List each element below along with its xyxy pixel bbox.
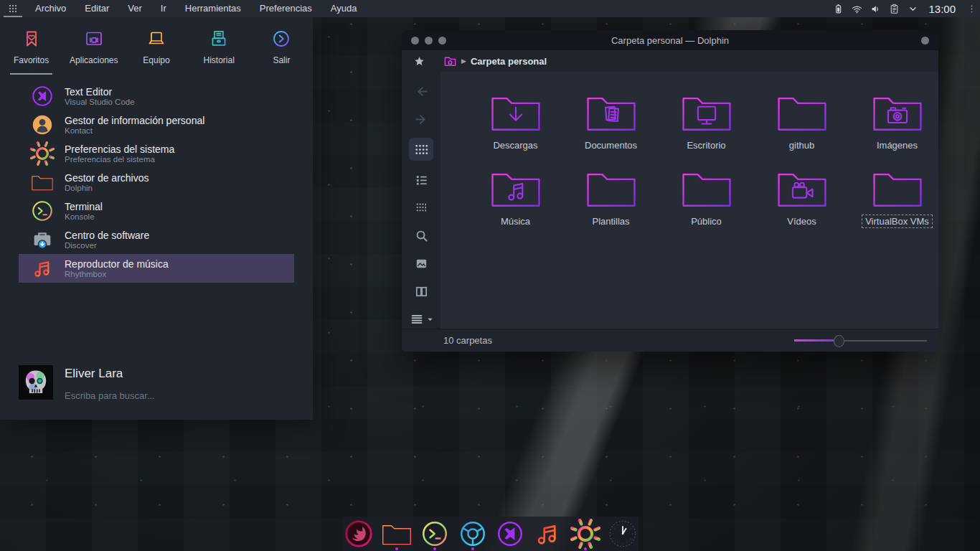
dock-vscode-icon[interactable] — [494, 517, 526, 550]
tool-back-arrow-icon[interactable] — [409, 82, 433, 100]
user-avatar[interactable] — [19, 365, 53, 400]
vscode-icon — [30, 84, 55, 108]
clock[interactable]: 13:00 — [928, 3, 956, 15]
wifi-icon[interactable] — [851, 3, 863, 15]
app-item-kontact[interactable]: Gestor de información personalKontact — [19, 110, 294, 139]
launcher-spacer — [0, 283, 313, 365]
tool-compact-view-icon[interactable] — [409, 198, 433, 217]
folder-icon-download — [488, 90, 544, 135]
window-buttons-right[interactable] — [921, 37, 938, 44]
menu-item-archivo[interactable]: Archivo — [26, 0, 75, 17]
rhythmbox-icon — [532, 519, 562, 549]
tab-label: Aplicaciones — [70, 55, 118, 65]
folder-público[interactable]: Público — [659, 166, 754, 228]
folder-label: Escritorio — [683, 138, 729, 152]
app-item-konsole[interactable]: TerminalKonsole — [19, 197, 294, 225]
folder-icon-monitor — [679, 90, 735, 135]
breadcrumb[interactable]: ▶ Carpeta personal — [443, 55, 547, 68]
app-subtitle: Konsole — [65, 212, 103, 222]
dock-dock-folder-icon[interactable] — [380, 517, 413, 550]
tool-search-icon[interactable] — [409, 226, 433, 245]
folder-imágenes[interactable]: Imágenes — [849, 90, 938, 152]
application-launcher-menu: FavoritosAplicacionesEquipoHistorialSali… — [0, 17, 313, 420]
window-button[interactable] — [438, 37, 446, 44]
folder-vídeos[interactable]: Vídeos — [754, 166, 849, 228]
panel-dots-icon[interactable] — [966, 4, 977, 14]
app-subtitle: Rhythmbox — [65, 270, 169, 279]
menu-item-editar[interactable]: Editar — [75, 0, 118, 17]
list-view-icon — [414, 172, 429, 187]
chevron-down-icon[interactable] — [907, 3, 919, 15]
tab-favoritos[interactable]: Favoritos — [0, 29, 62, 75]
window-titlebar[interactable]: Carpeta personal — Dolphin — [402, 30, 938, 50]
app-title: Text Editor — [65, 86, 135, 98]
folder-documentos[interactable]: Documentos — [563, 90, 659, 152]
dock-chrome-icon[interactable] — [457, 517, 489, 550]
folder-icon-none — [583, 166, 639, 211]
folder-descargas[interactable]: Descargas — [468, 90, 563, 152]
dock-rhythmbox-icon[interactable] — [532, 517, 563, 550]
tool-forward-arrow-icon[interactable] — [409, 110, 433, 128]
app-item-dolphin[interactable]: Gestor de archivosDolphin — [19, 168, 294, 197]
exit-circle-icon — [271, 29, 291, 49]
tool-menu-icon[interactable] — [409, 310, 433, 329]
app-subtitle: Preferencias del sistema — [65, 155, 174, 164]
app-item-visual-studio-code[interactable]: Text EditorVisual Studio Code — [19, 82, 294, 110]
kontact-icon — [30, 113, 55, 137]
tab-historial[interactable]: Historial — [188, 29, 250, 75]
dock-settings-gear-icon[interactable] — [569, 517, 600, 550]
rhythmbox-icon — [30, 256, 55, 281]
running-indicator — [471, 547, 474, 550]
app-window-icon — [84, 29, 104, 49]
menu-item-ver[interactable]: Ver — [118, 0, 151, 17]
app-item-preferencias-del-sistema[interactable]: Preferencias del sistemaPreferencias del… — [19, 139, 294, 168]
window-button[interactable] — [411, 37, 419, 44]
tab-salir[interactable]: Salir — [250, 29, 313, 75]
slider-knob[interactable] — [834, 335, 844, 347]
app-launcher-button[interactable] — [0, 0, 26, 17]
tab-equipo[interactable]: Equipo — [125, 29, 187, 75]
window-buttons-left[interactable] — [402, 37, 446, 44]
app-subtitle: Dolphin — [65, 184, 149, 193]
clipboard-icon[interactable] — [888, 3, 900, 15]
folder-label: Música — [497, 215, 534, 228]
app-item-rhythmbox[interactable]: Reproductor de músicaRhythmbox — [19, 254, 294, 283]
laptop-icon — [146, 29, 166, 49]
tool-split-view-icon[interactable] — [409, 282, 433, 301]
menu-item-ir[interactable]: Ir — [151, 0, 176, 17]
window-button[interactable] — [425, 37, 433, 44]
app-item-discover[interactable]: Centro de softwareDiscover — [19, 225, 294, 254]
folder-virtualbox-vms[interactable]: VirtualBox VMs — [849, 166, 938, 228]
folder-música[interactable]: Música — [468, 166, 563, 228]
folder-plantillas[interactable]: Plantillas — [563, 166, 659, 228]
folder-label: Descargas — [489, 138, 541, 152]
menu-item-herramientas[interactable]: Herramientas — [176, 0, 250, 17]
window-title: Carpeta personal — Dolphin — [402, 35, 938, 46]
folder-orange-icon — [30, 170, 55, 194]
volume-icon[interactable] — [870, 3, 882, 15]
tab-aplicaciones[interactable]: Aplicaciones — [62, 29, 125, 75]
star-icon[interactable] — [413, 55, 425, 67]
tool-icons-view-icon[interactable] — [409, 138, 433, 161]
system-tray: 13:00 — [832, 3, 980, 15]
app-title: Gestor de información personal — [65, 115, 204, 126]
menu-item-preferencias[interactable]: Preferencias — [250, 0, 321, 17]
menu-item-ayuda[interactable]: Ayuda — [321, 0, 367, 17]
bookmark-heart-icon — [22, 29, 42, 49]
status-bar: 10 carpetas — [402, 329, 938, 352]
dolphin-window: Carpeta personal — Dolphin ▶ Carpeta per… — [402, 30, 938, 352]
window-button[interactable] — [921, 37, 929, 44]
app-title: Gestor de archivos — [65, 172, 149, 184]
dock-firefox-icon[interactable] — [343, 517, 374, 550]
dock-clock-widget-icon[interactable] — [607, 517, 639, 550]
zoom-slider[interactable] — [794, 334, 927, 347]
tool-preview-icon[interactable] — [409, 254, 433, 273]
folder-escritorio[interactable]: Escritorio — [659, 90, 754, 152]
tool-list-view-icon[interactable] — [409, 170, 433, 189]
battery-icon[interactable] — [832, 3, 844, 15]
folder-label: github — [786, 138, 818, 152]
app-subtitle: Discover — [65, 241, 149, 250]
dock-konsole-icon[interactable] — [419, 517, 451, 550]
folder-github[interactable]: github — [754, 90, 849, 152]
search-hint[interactable]: Escriba para buscar... — [65, 390, 155, 401]
